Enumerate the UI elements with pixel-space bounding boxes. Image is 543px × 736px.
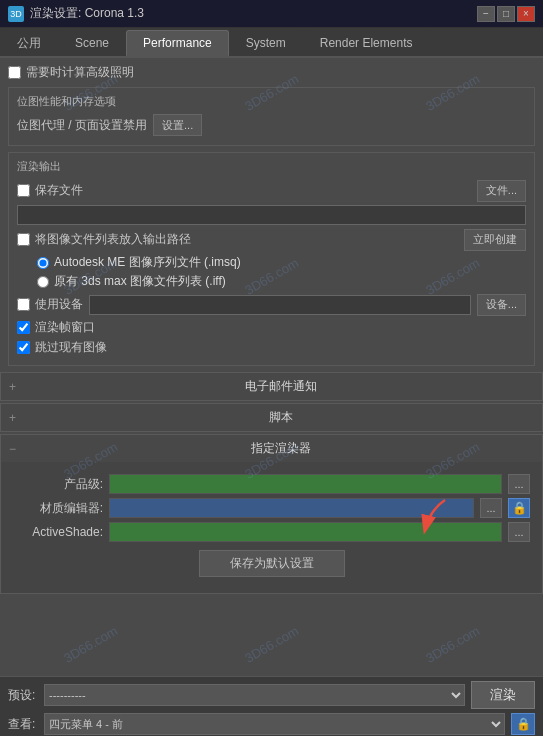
bottom-bar: 预设: ---------- 渲染 查看: 四元菜单 4 - 前 🔒 (0, 676, 543, 736)
output-path-checkbox-row: 将图像文件列表放入输出路径 (17, 231, 458, 248)
preset-label: 预设: (8, 687, 38, 704)
assign-renderer-header[interactable]: − 指定渲染器 (1, 435, 542, 462)
tab-render-elements[interactable]: Render Elements (303, 30, 430, 56)
tab-scene[interactable]: Scene (58, 30, 126, 56)
bitmap-setup-button[interactable]: 设置... (153, 114, 202, 136)
render-frame-label: 渲染帧窗口 (35, 319, 95, 336)
advanced-lighting-row: 需要时计算高级照明 (8, 64, 535, 81)
radio-imsq[interactable] (37, 257, 49, 269)
view-row: 查看: 四元菜单 4 - 前 🔒 (8, 713, 535, 735)
material-editor-row: 材质编辑器: Corona 1.3 ... 🔒 (13, 498, 530, 518)
render-button[interactable]: 渲染 (471, 681, 535, 709)
activeshade-ellipsis-button[interactable]: ... (508, 522, 530, 542)
activeshade-row: ActiveShade: 默认扫描线渲染器 ... (13, 522, 530, 542)
file-path-input[interactable] (17, 205, 526, 225)
bitmap-memory-section: 位图性能和内存选项 位图代理 / 页面设置禁用 设置... (8, 87, 535, 146)
script-header[interactable]: + 脚本 (1, 404, 542, 431)
material-ellipsis-button[interactable]: ... (480, 498, 502, 518)
close-button[interactable]: × (517, 6, 535, 22)
skip-existing-checkbox[interactable] (17, 341, 30, 354)
use-device-checkbox-row: 使用设备 (17, 296, 83, 313)
device-button[interactable]: 设备... (477, 294, 526, 316)
product-row: 产品级: Corona 1.3 ... (13, 474, 530, 494)
device-input[interactable] (89, 295, 471, 315)
radio-iff-label: 原有 3ds max 图像文件列表 (.iff) (54, 273, 226, 290)
assign-renderer-section: − 指定渲染器 产品级: Corona 1.3 ... 材质编辑器: Coron… (0, 434, 543, 594)
activeshade-input[interactable]: 默认扫描线渲染器 (109, 522, 502, 542)
radio-iff-row: 原有 3ds max 图像文件列表 (.iff) (37, 273, 526, 290)
title-bar-left: 3D 渲染设置: Corona 1.3 (8, 5, 144, 22)
product-ellipsis-button[interactable]: ... (508, 474, 530, 494)
output-path-row: 将图像文件列表放入输出路径 立即创建 (17, 228, 526, 251)
tab-system[interactable]: System (229, 30, 303, 56)
product-input[interactable]: Corona 1.3 (109, 474, 502, 494)
render-output-title: 渲染输出 (17, 159, 526, 174)
view-label: 查看: (8, 716, 38, 733)
material-input[interactable]: Corona 1.3 (109, 498, 474, 518)
email-notify-indicator: + (9, 380, 21, 394)
file-path-row (17, 205, 526, 225)
use-device-checkbox[interactable] (17, 298, 30, 311)
window-title: 渲染设置: Corona 1.3 (30, 5, 144, 22)
app-icon: 3D (8, 6, 24, 22)
render-frame-checkbox[interactable] (17, 321, 30, 334)
activeshade-label: ActiveShade: (13, 525, 103, 539)
assign-renderer-indicator: − (9, 442, 21, 456)
tab-performance[interactable]: Performance (126, 30, 229, 56)
render-output-section: 渲染输出 保存文件 文件... 将图像文件列表放入输出路径 立即创建 Autod… (8, 152, 535, 366)
bitmap-memory-title: 位图性能和内存选项 (17, 94, 526, 109)
view-lock-button[interactable]: 🔒 (511, 713, 535, 735)
material-label: 材质编辑器: (13, 500, 103, 517)
tab-common[interactable]: 公用 (0, 30, 58, 56)
email-notify-label: 电子邮件通知 (27, 378, 534, 395)
save-file-row: 保存文件 文件... (17, 179, 526, 202)
email-notify-section: + 电子邮件通知 (0, 372, 543, 401)
assign-renderer-label: 指定渲染器 (27, 440, 534, 457)
preset-select[interactable]: ---------- (44, 684, 465, 706)
maximize-button[interactable]: □ (497, 6, 515, 22)
main-content: 需要时计算高级照明 位图性能和内存选项 位图代理 / 页面设置禁用 设置... … (0, 58, 543, 676)
advanced-lighting-label: 需要时计算高级照明 (26, 64, 134, 81)
script-section: + 脚本 (0, 403, 543, 432)
create-button[interactable]: 立即创建 (464, 229, 526, 251)
use-device-label: 使用设备 (35, 296, 83, 313)
title-bar: 3D 渲染设置: Corona 1.3 − □ × (0, 0, 543, 28)
tab-bar: 公用 Scene Performance System Render Eleme… (0, 28, 543, 58)
script-label: 脚本 (27, 409, 534, 426)
skip-existing-row: 跳过现有图像 (17, 339, 526, 356)
use-device-row: 使用设备 设备... (17, 293, 526, 316)
file-button[interactable]: 文件... (477, 180, 526, 202)
output-path-checkbox[interactable] (17, 233, 30, 246)
radio-imsq-row: Autodesk ME 图像序列文件 (.imsq) (37, 254, 526, 271)
save-file-label: 保存文件 (35, 182, 83, 199)
save-default-button[interactable]: 保存为默认设置 (199, 550, 345, 577)
material-lock-button[interactable]: 🔒 (508, 498, 530, 518)
save-file-checkbox-row: 保存文件 (17, 182, 471, 199)
window-controls[interactable]: − □ × (477, 6, 535, 22)
minimize-button[interactable]: − (477, 6, 495, 22)
radio-iff[interactable] (37, 276, 49, 288)
output-path-label: 将图像文件列表放入输出路径 (35, 231, 191, 248)
skip-existing-label: 跳过现有图像 (35, 339, 107, 356)
radio-imsq-label: Autodesk ME 图像序列文件 (.imsq) (54, 254, 241, 271)
view-select[interactable]: 四元菜单 4 - 前 (44, 713, 505, 735)
render-frame-row: 渲染帧窗口 (17, 319, 526, 336)
bitmap-proxy-row: 位图代理 / 页面设置禁用 设置... (17, 114, 526, 136)
preset-row: 预设: ---------- 渲染 (8, 681, 535, 709)
save-file-checkbox[interactable] (17, 184, 30, 197)
bitmap-proxy-label: 位图代理 / 页面设置禁用 (17, 117, 147, 134)
assign-renderer-body: 产品级: Corona 1.3 ... 材质编辑器: Corona 1.3 ..… (1, 462, 542, 593)
script-indicator: + (9, 411, 21, 425)
email-notify-header[interactable]: + 电子邮件通知 (1, 373, 542, 400)
product-label: 产品级: (13, 476, 103, 493)
advanced-lighting-checkbox[interactable] (8, 66, 21, 79)
